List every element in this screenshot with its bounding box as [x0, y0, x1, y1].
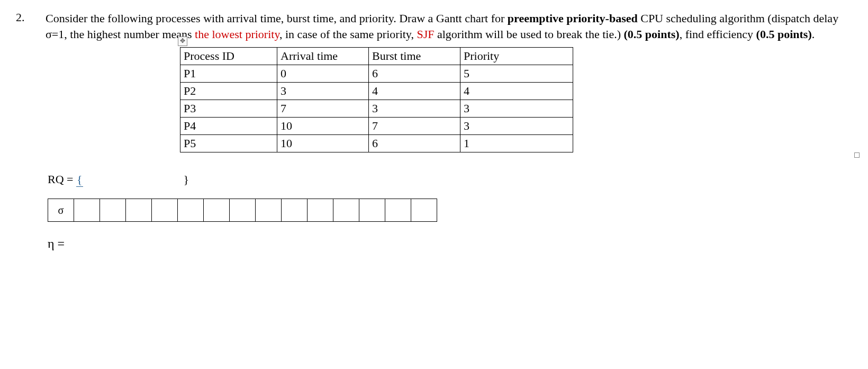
qt-p4: the lowest priority — [195, 28, 279, 41]
header-process-id: Process ID — [180, 48, 277, 65]
gantt-cell — [359, 199, 385, 222]
table-row: P4 10 7 3 — [180, 118, 573, 135]
rq-close-brace: } — [184, 173, 189, 186]
cell-pid: P3 — [180, 100, 277, 118]
gantt-cell — [385, 199, 411, 222]
cell-pid: P5 — [180, 135, 277, 152]
cell-arrival: 3 — [277, 83, 369, 100]
gantt-cell — [411, 199, 437, 222]
header-burst-time: Burst time — [369, 48, 460, 65]
qt-p8: (0.5 points) — [624, 28, 680, 41]
cell-pid: P2 — [180, 83, 277, 100]
cell-priority: 3 — [460, 118, 573, 135]
cell-pid: P4 — [180, 118, 277, 135]
cell-priority: 3 — [460, 100, 573, 118]
rq-open-brace: { — [76, 173, 83, 187]
table-row: P5 10 6 1 — [180, 135, 573, 152]
process-table-wrap: ✥ Process ID Arrival time Burst time Pri… — [180, 47, 852, 152]
cell-priority: 4 — [460, 83, 573, 100]
question-row: 2. Consider the following processes with… — [16, 11, 852, 42]
qt-p6: SJF — [417, 28, 434, 41]
table-row: P3 7 3 3 — [180, 100, 573, 118]
cell-arrival: 7 — [277, 100, 369, 118]
gantt-cell — [333, 199, 359, 222]
gantt-cell — [100, 199, 126, 222]
resize-handle-icon[interactable] — [854, 152, 860, 158]
gantt-cell-sigma: σ — [48, 199, 74, 222]
table-header-row: Process ID Arrival time Burst time Prior… — [180, 48, 573, 65]
question-number: 2. — [16, 11, 46, 24]
cell-arrival: 10 — [277, 135, 369, 152]
gantt-cell — [126, 199, 152, 222]
gantt-cell — [74, 199, 100, 222]
process-table: Process ID Arrival time Burst time Prior… — [180, 47, 573, 152]
efficiency-line: η = — [48, 237, 852, 251]
question-text: Consider the following processes with ar… — [46, 11, 852, 42]
cell-burst: 7 — [369, 118, 460, 135]
gantt-cell — [230, 199, 256, 222]
gantt-row: σ — [48, 199, 437, 222]
ready-queue-line: RQ = {} — [48, 173, 852, 187]
gantt-chart: σ — [48, 199, 437, 222]
qt-p2: preemptive priority-based — [508, 12, 638, 25]
qt-p1: Consider the following processes with ar… — [46, 12, 508, 25]
gantt-cell — [282, 199, 308, 222]
table-row: P2 3 4 4 — [180, 83, 573, 100]
answer-area: RQ = {} σ η = — [48, 173, 852, 251]
cell-priority: 5 — [460, 65, 573, 83]
qt-p10: (0.5 points) — [756, 28, 812, 41]
qt-p11: . — [812, 28, 815, 41]
cell-burst: 6 — [369, 135, 460, 152]
gantt-cell — [308, 199, 333, 222]
cell-burst: 6 — [369, 65, 460, 83]
cell-burst: 4 — [369, 83, 460, 100]
gantt-cell — [256, 199, 282, 222]
header-arrival-time: Arrival time — [277, 48, 369, 65]
cell-arrival: 10 — [277, 118, 369, 135]
move-icon[interactable]: ✥ — [178, 37, 187, 46]
rq-label: RQ = — [48, 173, 76, 186]
qt-p5: , in case of the same priority, — [279, 28, 417, 41]
cell-pid: P1 — [180, 65, 277, 83]
cell-burst: 3 — [369, 100, 460, 118]
gantt-cell — [178, 199, 204, 222]
table-row: P1 0 6 5 — [180, 65, 573, 83]
qt-p7: algorithm will be used to break the tie.… — [434, 28, 623, 41]
cell-priority: 1 — [460, 135, 573, 152]
gantt-cell — [204, 199, 230, 222]
cell-arrival: 0 — [277, 65, 369, 83]
header-priority: Priority — [460, 48, 573, 65]
gantt-cell — [152, 199, 178, 222]
qt-p9: , find efficiency — [680, 28, 756, 41]
